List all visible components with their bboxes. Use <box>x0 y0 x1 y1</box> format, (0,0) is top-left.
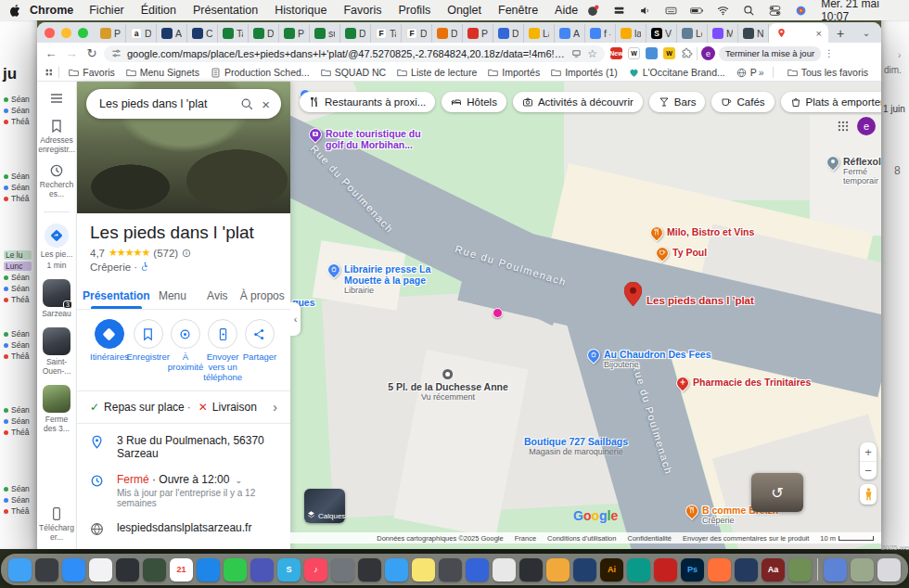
bookmark-item[interactable]: Importés <box>482 67 545 78</box>
place-pin-icon[interactable] <box>624 282 642 310</box>
url-text[interactable]: google.com/maps/place/Les+pieds+dans+l+'… <box>127 48 566 59</box>
attribution-link[interactable]: Envoyer des commentaires sur le produit <box>683 534 809 543</box>
chip-camera[interactable]: Activités à découvrir <box>513 92 643 112</box>
dock-icon-screenshot-file[interactable] <box>851 558 874 582</box>
dock-icon-downloads-folder[interactable] <box>824 558 847 582</box>
browser-tab[interactable]: Mi <box>708 24 738 43</box>
browser-tab[interactable]: No <box>738 24 769 43</box>
browser-tab[interactable]: Pr <box>96 24 126 43</box>
clear-search-icon[interactable]: × <box>262 96 270 112</box>
browser-tab[interactable]: Le <box>677 24 708 43</box>
rail-item-history[interactable]: Recherch es... <box>38 163 75 198</box>
menu-item-historique[interactable]: Historique <box>266 4 335 17</box>
menu-item-profils[interactable]: Profils <box>390 4 439 17</box>
maps-account-avatar[interactable]: e <box>857 117 876 135</box>
window-controls[interactable] <box>45 22 88 43</box>
dock-icon-terminal-aa[interactable]: Aa <box>762 558 785 582</box>
dock-icon-app-dark2[interactable] <box>519 558 543 582</box>
tab-avis[interactable]: Avis <box>195 282 239 309</box>
tab-à propos[interactable]: À propos <box>240 282 285 309</box>
search-box[interactable]: × <box>86 89 281 119</box>
spotlight-icon[interactable] <box>742 5 756 17</box>
browser-tab[interactable]: FTa <box>371 24 402 43</box>
info-row-place[interactable]: 3 Rue du Poulmenach, 56370 Sarzeau <box>77 428 290 467</box>
back-button[interactable]: ← <box>43 45 59 62</box>
chip-hotel[interactable]: Hôtels <box>442 92 506 112</box>
menu-item-onglet[interactable]: Onglet <box>439 4 490 17</box>
battery-icon[interactable] <box>690 5 704 17</box>
menu-item-favoris[interactable]: Favoris <box>335 4 390 17</box>
browser-tab[interactable]: Pa <box>279 24 310 43</box>
rating-review-count[interactable]: (572) <box>153 248 178 259</box>
site-settings-icon[interactable] <box>111 48 122 58</box>
service-options-row[interactable]: ✓ Repas sur place · ✕ Livraison › <box>77 390 290 423</box>
rail-item-bookmark[interactable]: Adresses enregistr... <box>38 119 75 154</box>
active-tab-maps[interactable]: × <box>769 23 828 43</box>
bookmark-item[interactable]: SQUAD NC <box>315 67 391 78</box>
dock-icon-calendar[interactable]: 21 <box>170 558 193 582</box>
dock-icon-finder[interactable] <box>8 558 32 582</box>
rail-recent-item[interactable]: 3Sarzeau <box>38 279 75 318</box>
dock-icon-photo-booth[interactable] <box>331 558 354 582</box>
bookmark-item[interactable]: Planning equipe <box>731 67 757 78</box>
menu-item-présentation[interactable]: Présentation <box>185 4 266 17</box>
info-icon[interactable] <box>182 249 191 258</box>
bookmark-item[interactable]: Importés (1) <box>545 67 623 78</box>
layers-button[interactable]: Calques <box>304 489 345 523</box>
bookmark-item[interactable]: Favoris <box>63 67 120 78</box>
chip-cafe[interactable]: Cafés <box>711 92 774 112</box>
bookmark-item[interactable]: Liste de lecture <box>391 67 482 78</box>
action-send-phone[interactable]: Envoyer vers un téléphone <box>203 319 242 383</box>
browser-tab[interactable]: aDé <box>126 24 157 43</box>
dock-icon-acrobat[interactable] <box>654 558 677 582</box>
pink-marker-dot[interactable] <box>493 308 503 318</box>
bookmark-item[interactable]: Production Sched... <box>205 67 315 78</box>
dock-icon-app-teal[interactable] <box>627 558 650 582</box>
minimize-window-button[interactable] <box>61 28 71 38</box>
dock-icon-music[interactable]: ♪ <box>304 558 327 582</box>
dock-icon-app-navy[interactable] <box>573 558 596 582</box>
dock-icon-skype[interactable]: S <box>277 558 301 582</box>
dock-icon-app-dark[interactable] <box>35 558 58 582</box>
pegman-button[interactable] <box>860 484 877 505</box>
menu-item-fenêtre[interactable]: Fenêtre <box>490 4 546 17</box>
keyboard-icon[interactable] <box>664 5 678 17</box>
tab-présentation[interactable]: Présentation <box>83 282 150 309</box>
chip-restaurant[interactable]: Restaurants à proxi... <box>300 92 435 112</box>
dock-icon-mail[interactable] <box>197 558 220 582</box>
wikipedia-ext-icon[interactable]: W <box>628 47 640 59</box>
dock-icon-chrome[interactable] <box>493 558 516 582</box>
dock-icon-trash[interactable] <box>877 558 901 582</box>
poi-duchesse-anne[interactable]: 5 Pl. de la Duchesse AnneVu récemment <box>388 369 508 402</box>
dock-icon-messages[interactable] <box>224 558 247 582</box>
google-apps-grid-icon[interactable] <box>837 120 850 133</box>
browser-tab[interactable]: SVo <box>647 24 677 43</box>
blue-ext-icon[interactable] <box>646 47 658 59</box>
map-canvas[interactable]: Restaurants à proxi...HôtelsActivités à … <box>290 82 881 549</box>
attribution-link[interactable]: Confidentialité <box>627 534 672 543</box>
chip-bar[interactable]: Bars <box>649 92 706 112</box>
profile-avatar[interactable]: e <box>701 46 715 60</box>
dock-icon-firefox[interactable] <box>708 558 731 582</box>
menu-item-aide[interactable]: Aide <box>546 4 586 17</box>
browser-tab[interactable]: Ac <box>157 24 187 43</box>
attribution-link[interactable]: Données cartographiques ©2025 Google <box>377 534 503 543</box>
close-tab-icon[interactable]: × <box>816 28 822 39</box>
zoom-out-button[interactable]: − <box>860 461 877 479</box>
close-window-button[interactable] <box>45 28 55 38</box>
tab-menu[interactable]: Menu <box>150 282 195 309</box>
reload-button[interactable]: ↻ <box>83 45 100 62</box>
dock-icon-illustrator[interactable]: Ai <box>600 558 623 582</box>
browser-tab[interactable]: su <box>310 24 340 43</box>
rail-recent-item[interactable]: Ferme des 3... <box>38 385 75 433</box>
new-ext-icon[interactable]: New <box>610 47 622 59</box>
dock-icon-weather[interactable] <box>546 558 570 582</box>
browser-tab[interactable]: Pr <box>463 24 493 43</box>
wa-ext-icon[interactable]: W <box>663 47 675 59</box>
poi-r-flexologue[interactable]: RéflexologueFermé temporair <box>826 156 881 186</box>
poi-ty-poul[interactable]: Ty Poul <box>656 247 707 260</box>
poi-route-touristique-du[interactable]: Route touristique dugolf du Morbihan... <box>309 128 421 150</box>
attribution-link[interactable]: France <box>515 534 536 543</box>
street-view-thumbnail[interactable]: ↺ <box>751 473 803 512</box>
url-bar[interactable]: google.com/maps/place/Les+pieds+dans+l+'… <box>104 45 605 62</box>
